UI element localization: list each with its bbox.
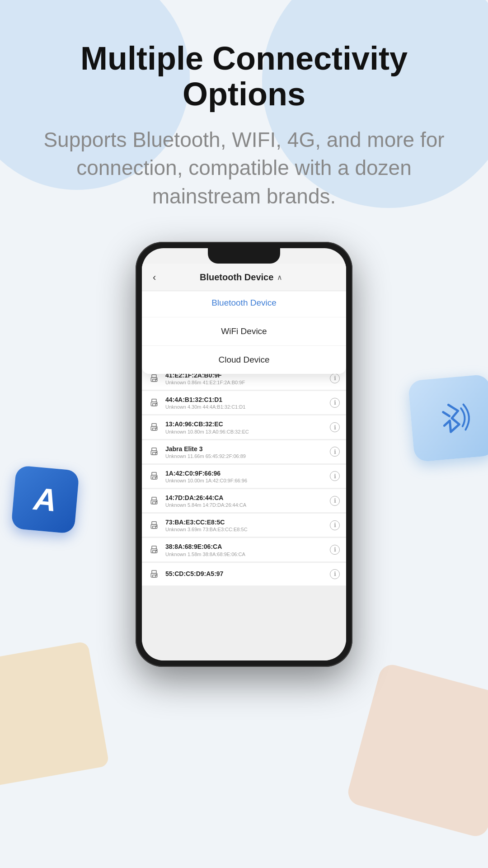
list-item[interactable]: 13:A0:96:CB:32:EC Unknown 10.80m 13:A0:9… [142, 415, 346, 439]
device-detail: Unknown 11.66m 65:45:92:2F:06:89 [165, 453, 330, 459]
printer-icon [147, 519, 161, 532]
list-item[interactable]: 38:8A:68:9E:06:CA Unknown 1.58m 38:8A:68… [142, 538, 346, 561]
info-button[interactable]: ℹ [330, 545, 340, 555]
page-title: Multiple Connectivity Options [27, 41, 461, 112]
svg-point-39 [156, 526, 157, 527]
bg-rect-bottom-right [345, 662, 488, 839]
info-button[interactable]: ℹ [330, 398, 340, 408]
device-detail: Unknown 3.69m 73:BA:E3:CC:E8:5C [165, 527, 330, 532]
svg-point-31 [156, 476, 157, 477]
device-info: 14:7D:DA:26:44:CA Unknown 5.84m 14:7D:DA… [165, 494, 330, 508]
header-title-area[interactable]: Bluetooth Device ∧ [200, 272, 282, 283]
svg-rect-20 [152, 424, 156, 427]
list-item[interactable]: 44:4A:B1:32:C1:D1 Unknown 4.30m 44:4A:B1… [142, 391, 346, 415]
device-info: 73:BA:E3:CC:E8:5C Unknown 3.69m 73:BA:E3… [165, 518, 330, 532]
promo-header: Multiple Connectivity Options Supports B… [0, 0, 488, 237]
printer-icon [147, 396, 161, 410]
device-detail: Unknown 0.86m 41:E2:1F:2A:B0:9F [165, 380, 330, 385]
phone-notch [208, 248, 280, 264]
app-icon-inner: A [11, 465, 80, 534]
info-button[interactable]: ℹ [330, 447, 340, 457]
printer-icon [147, 543, 161, 557]
list-item[interactable]: 1A:42:C0:9F:66:96 Unknown 10.00m 1A:42:C… [142, 465, 346, 488]
device-name: Jabra Elite 3 [165, 445, 330, 453]
device-name: 13:A0:96:CB:32:EC [165, 420, 330, 428]
svg-point-47 [156, 574, 157, 575]
svg-point-19 [156, 403, 157, 404]
device-info: 1A:42:C0:9F:66:96 Unknown 10.00m 1A:42:C… [165, 469, 330, 483]
device-name: 73:BA:E3:CC:E8:5C [165, 518, 330, 526]
svg-rect-46 [153, 575, 156, 577]
info-button[interactable]: ℹ [330, 496, 340, 506]
device-info: 13:A0:96:CB:32:EC Unknown 10.80m 13:A0:9… [165, 420, 330, 434]
info-button[interactable]: ℹ [330, 569, 340, 579]
svg-point-43 [156, 550, 157, 551]
svg-point-35 [156, 501, 157, 502]
printer-icon [147, 469, 161, 483]
svg-rect-12 [152, 374, 156, 377]
device-detail: Unknown 5.84m 14:7D:DA:26:44:CA [165, 502, 330, 508]
svg-rect-38 [153, 526, 156, 528]
page-subtitle: Supports Bluetooth, WIFI, 4G, and more f… [27, 126, 461, 210]
printer-icon [147, 445, 161, 458]
chevron-up-icon: ∧ [277, 273, 282, 282]
device-info: 55:CD:C5:D9:A5:97 [165, 570, 330, 578]
svg-rect-26 [153, 453, 156, 455]
printer-icon [147, 567, 161, 581]
info-button[interactable]: ℹ [330, 373, 340, 383]
info-button[interactable]: ℹ [330, 471, 340, 481]
bluetooth-badge [411, 377, 488, 468]
device-name: 38:8A:68:9E:06:CA [165, 542, 330, 551]
app-header: ‹ Bluetooth Device ∧ [142, 264, 346, 291]
svg-point-23 [156, 428, 157, 429]
svg-rect-32 [152, 497, 156, 500]
dropdown-item-bluetooth[interactable]: Bluetooth Device [142, 289, 346, 317]
svg-rect-18 [153, 403, 156, 406]
list-item[interactable]: 14:7D:DA:26:44:CA Unknown 5.84m 14:7D:DA… [142, 489, 346, 513]
device-name: 44:4A:B1:32:C1:D1 [165, 396, 330, 404]
device-name: 14:7D:DA:26:44:CA [165, 494, 330, 502]
device-detail: Unknown 1.58m 38:8A:68:9E:06:CA [165, 552, 330, 557]
list-item[interactable]: 73:BA:E3:CC:E8:5C Unknown 3.69m 73:BA:E3… [142, 514, 346, 537]
svg-rect-44 [152, 570, 156, 573]
device-detail: Unknown 4.30m 44:4A:B1:32:C1:D1 [165, 404, 330, 410]
app-icon-badge: A [14, 468, 86, 540]
back-button[interactable]: ‹ [149, 270, 160, 285]
svg-point-15 [156, 378, 157, 379]
svg-rect-34 [153, 501, 156, 504]
device-info: Jabra Elite 3 Unknown 11.66m 65:45:92:2F… [165, 445, 330, 459]
device-info: 38:8A:68:9E:06:CA Unknown 1.58m 38:8A:68… [165, 542, 330, 557]
svg-rect-14 [153, 379, 156, 381]
svg-rect-42 [153, 551, 156, 553]
info-button[interactable]: ℹ [330, 422, 340, 432]
device-detail: Unknown 10.00m 1A:42:C0:9F:66:96 [165, 478, 330, 483]
info-button[interactable]: ℹ [330, 520, 340, 530]
phone-screen: ‹ Bluetooth Device ∧ Bluetooth Device Wi… [142, 248, 346, 660]
printer-icon [147, 420, 161, 434]
printer-icon [147, 494, 161, 508]
dropdown-menu: Bluetooth Device WiFi Device Cloud Devic… [142, 289, 346, 374]
list-item[interactable]: Jabra Elite 3 Unknown 11.66m 65:45:92:2F… [142, 440, 346, 464]
bluetooth-waves-icon [427, 393, 476, 442]
app-ui: ‹ Bluetooth Device ∧ Bluetooth Device Wi… [142, 264, 346, 660]
device-detail: Unknown 10.80m 13:A0:96:CB:32:EC [165, 429, 330, 434]
bluetooth-badge-inner [408, 374, 488, 462]
phone-frame: ‹ Bluetooth Device ∧ Bluetooth Device Wi… [136, 242, 352, 667]
list-item[interactable]: 55:CD:C5:D9:A5:97 ℹ [142, 563, 346, 586]
svg-rect-22 [153, 428, 156, 430]
app-header-title: Bluetooth Device [200, 272, 273, 283]
device-name: 55:CD:C5:D9:A5:97 [165, 570, 330, 578]
svg-rect-28 [152, 472, 156, 476]
dropdown-item-cloud[interactable]: Cloud Device [142, 346, 346, 374]
dropdown-item-wifi[interactable]: WiFi Device [142, 317, 346, 346]
svg-rect-24 [152, 448, 156, 451]
svg-rect-40 [152, 546, 156, 549]
svg-rect-36 [152, 521, 156, 524]
app-icon-letter: A [32, 481, 58, 519]
device-name: 1A:42:C0:9F:66:96 [165, 469, 330, 477]
svg-rect-30 [153, 477, 156, 479]
svg-rect-16 [152, 399, 156, 402]
phone-mockup-area: A ‹ Bluetooth Device ∧ Bluetooth Device [0, 242, 488, 667]
device-info: 44:4A:B1:32:C1:D1 Unknown 4.30m 44:4A:B1… [165, 396, 330, 410]
svg-point-27 [156, 452, 157, 453]
